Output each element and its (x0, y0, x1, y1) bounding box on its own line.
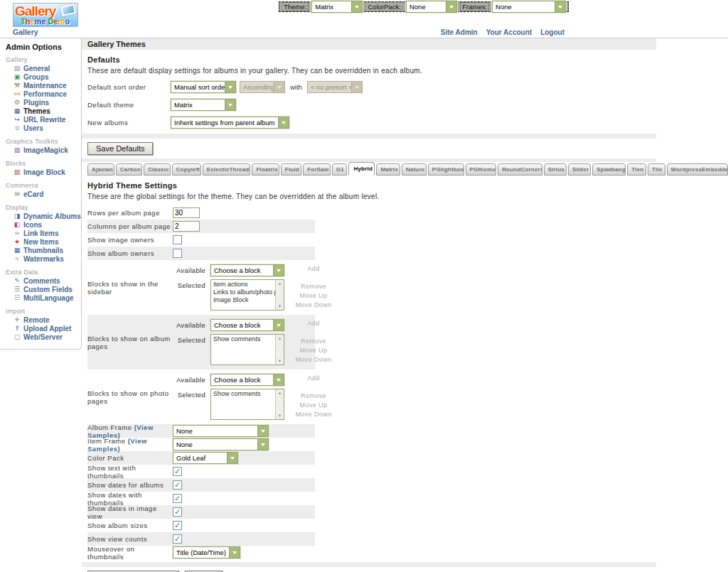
tab-eclecticthreads[interactable]: EclecticThreads (203, 163, 251, 176)
sidebar-item-new-items[interactable]: ★New Items (6, 238, 80, 247)
sidebar-item-users[interactable]: ☺Users (6, 124, 80, 133)
sort-direction-select[interactable]: Ascending (240, 81, 285, 93)
tab-tile[interactable]: Tile (648, 163, 665, 176)
sidebar-item-maintenance[interactable]: ⚒Maintenance (6, 82, 80, 90)
blocks-to-show-on-photo-pages-available-select[interactable]: Choose a block (210, 374, 284, 386)
columns-per-album-page-input[interactable] (173, 221, 200, 232)
tab-tien[interactable]: Tien (627, 163, 646, 176)
add-action[interactable]: Add (291, 264, 336, 274)
sidebar-item-plugins[interactable]: ⚙Plugins (6, 99, 80, 107)
sidebar-item-custom-fields[interactable]: ☰Custom Fields (6, 286, 80, 294)
sidebar-item-comments[interactable]: ✎Comments (6, 277, 80, 286)
move-up-action[interactable]: Move Up (291, 401, 336, 410)
sidebar-item-remote[interactable]: ✈Remote (6, 316, 80, 325)
view-samples-link[interactable]: (View Samples) (87, 437, 147, 453)
mouseover-on-thumbnails-select[interactable]: Title (Date/Time) (173, 546, 240, 558)
tab-fluid[interactable]: Fluid (281, 163, 301, 176)
blocks-to-show-on-photo-pages-selected-listbox[interactable]: Show comments▲▼ (210, 389, 284, 420)
sidebar-item-thumbnails[interactable]: ▦Thumbnails (6, 247, 80, 255)
blocks-to-show-in-the-sidebar-available-select[interactable]: Choose a block (210, 264, 284, 276)
tab-copyleft[interactable]: Copyleft (172, 163, 201, 176)
sidebar-item-label: eCard (23, 190, 43, 198)
listbox-item[interactable]: Show comments (213, 390, 275, 398)
sidebar-item-web-server[interactable]: ▢Web/Server (6, 333, 80, 342)
listbox-item[interactable]: Image Block (213, 296, 275, 304)
header-link-site-admin[interactable]: Site Admin (441, 28, 478, 36)
remove-action[interactable]: Remove (291, 392, 336, 401)
header-link-your-account[interactable]: Your Account (486, 28, 532, 36)
remove-action[interactable]: Remove (291, 337, 336, 346)
add-action[interactable]: Add (291, 374, 336, 383)
tab-hybrid[interactable]: Hybrid (348, 162, 375, 176)
header-link-logout[interactable]: Logout (540, 28, 564, 36)
show-dates-with-thumbnails-checkbox[interactable]: ✓ (173, 494, 182, 503)
album-frame-select[interactable]: None (173, 425, 269, 437)
tab-carbon[interactable]: Carbon (116, 163, 142, 176)
sidebar-item-dynamic-albums[interactable]: ◨Dynamic Albums (6, 212, 80, 221)
sidebar-item-watermarks[interactable]: ≈Watermarks (6, 255, 80, 264)
sidebar-item-link-items[interactable]: ∞Link Items (6, 230, 80, 238)
add-action[interactable]: Add (291, 319, 336, 328)
sidebar-item-imagemagick[interactable]: ▨ImageMagick (6, 146, 80, 155)
show-dates-for-albums-checkbox[interactable]: ✓ (173, 480, 182, 490)
tab-classic[interactable]: Classic (144, 163, 170, 176)
show-album-owners-checkbox[interactable] (173, 249, 182, 258)
save-defaults-button[interactable]: Save Defaults (87, 142, 153, 155)
tab-ajaxian[interactable]: Ajaxian (87, 163, 114, 176)
blocks-to-show-on-album-pages-selected-listbox[interactable]: Show comments▲▼ (210, 334, 284, 365)
tab-splatbang[interactable]: Splatbang (592, 163, 626, 176)
move-down-action[interactable]: Move Down (291, 410, 336, 419)
item-frame-select[interactable]: None (173, 438, 269, 450)
move-up-action[interactable]: Move Up (291, 346, 336, 355)
sidebar-item-image-block[interactable]: ▧Image Block (6, 168, 80, 177)
listbox-item[interactable]: Show comments (213, 335, 275, 343)
breadcrumb[interactable]: Gallery (13, 28, 38, 36)
tab-forsale[interactable]: ForSale (303, 163, 331, 176)
listbox-item[interactable]: Links to album/photo peers (213, 288, 275, 296)
theme-select[interactable]: Matrix (311, 1, 363, 13)
default-theme-select[interactable]: Matrix (171, 99, 236, 111)
tab-floatrix[interactable]: Floatrix (252, 163, 279, 176)
sidebar-item-url-rewrite[interactable]: ↪URL Rewrite (6, 116, 80, 124)
show-dates-in-image-view-checkbox[interactable]: ✓ (173, 507, 182, 517)
tab-pglightbox[interactable]: PGlightbox (428, 163, 464, 176)
tab-matrix[interactable]: Matrix (376, 163, 400, 176)
listbox-scrollbar[interactable]: ▲▼ (275, 389, 284, 419)
show-text-with-thumbnails-checkbox[interactable]: ✓ (173, 467, 182, 476)
sidebar-item-general[interactable]: ▤General (6, 65, 80, 73)
move-up-action[interactable]: Move Up (291, 291, 336, 301)
presort-select[interactable]: « no presort » (307, 81, 363, 93)
color-pack-select[interactable]: Gold Leaf (173, 452, 238, 464)
show-view-counts-checkbox[interactable]: ✓ (173, 534, 182, 544)
frames-select[interactable]: None (492, 1, 566, 13)
tab-slider[interactable]: Slider (568, 163, 591, 176)
default-sort-order-select[interactable]: Manual sort order (171, 81, 236, 93)
new-albums-select[interactable]: Inherit settings from parent album (171, 117, 289, 129)
show-image-owners-checkbox[interactable] (173, 235, 182, 244)
tab-g1[interactable]: G1 (332, 163, 348, 176)
tab-wordpressembedded[interactable]: WordpressEmbedded (667, 163, 728, 176)
move-down-action[interactable]: Move Down (291, 355, 336, 365)
blocks-to-show-in-the-sidebar-selected-listbox[interactable]: Item actionsLinks to album/photo peersIm… (210, 279, 284, 311)
sidebar-item-icons[interactable]: ◧Icons (6, 221, 80, 230)
listbox-item[interactable]: Item actions (213, 281, 275, 288)
blocks-to-show-on-album-pages-available-select[interactable]: Choose a block (210, 319, 284, 331)
gallery-logo[interactable]: Gallery Theme Demo (13, 3, 78, 27)
tab-roundcorners[interactable]: RoundCorners (498, 163, 542, 176)
tab-nature[interactable]: Nature (402, 163, 427, 176)
move-down-action[interactable]: Move Down (291, 301, 336, 310)
rows-per-album-page-input[interactable] (173, 207, 200, 218)
listbox-scrollbar[interactable]: ▲▼ (275, 280, 284, 310)
sidebar-item-performance[interactable]: »»Performance (6, 90, 80, 99)
sidebar-item-ecard[interactable]: ✉eCard (6, 190, 80, 199)
colorpack-select[interactable]: None (406, 1, 457, 13)
sidebar-item-groups[interactable]: ▣Groups (6, 73, 80, 82)
remove-action[interactable]: Remove (291, 282, 336, 291)
tab-pgtheme[interactable]: PGtheme (466, 163, 497, 176)
sidebar-item-themes[interactable]: ▦Themes (6, 107, 80, 116)
show-album-sizes-checkbox[interactable]: ✓ (173, 521, 182, 530)
sidebar-item-multilanguage[interactable]: ☷MultiLanguage (6, 294, 80, 303)
tab-sirius[interactable]: Sirius (544, 163, 567, 176)
sidebar-item-upload-applet[interactable]: ⇑Upload Applet (6, 325, 80, 333)
listbox-scrollbar[interactable]: ▲▼ (275, 335, 284, 365)
